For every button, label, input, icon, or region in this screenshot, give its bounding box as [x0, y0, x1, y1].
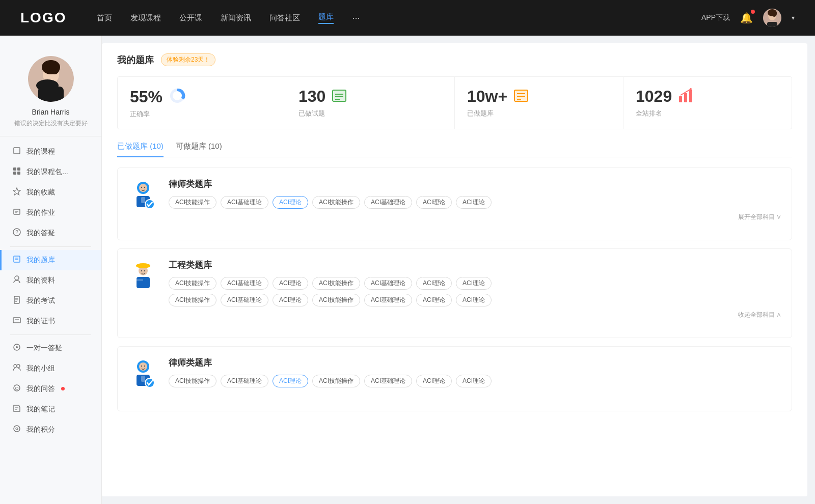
course-packages-icon	[12, 167, 21, 177]
bank-3-tag-0[interactable]: ACI技能操作	[169, 375, 216, 387]
bank-1-tag-2[interactable]: ACI理论	[273, 196, 308, 209]
bank-1-tag-6[interactable]: ACI理论	[456, 196, 492, 209]
nav-more[interactable]: ···	[352, 13, 360, 23]
sidebar-item-homework[interactable]: 我的作业	[0, 203, 101, 223]
one-on-one-icon	[12, 343, 21, 353]
trial-badge: 体验剩余23天！	[161, 53, 215, 66]
bank-2-tag-13[interactable]: ACI理论	[456, 294, 492, 306]
svg-rect-14	[13, 172, 16, 175]
my-qa-icon: Q	[12, 384, 21, 394]
sidebar-item-one-on-one[interactable]: 一对一答疑	[0, 338, 101, 358]
bank-2-tag-5[interactable]: ACI理论	[416, 277, 452, 290]
profile-section: Brian Harris 错误的决定比没有决定要好	[0, 46, 101, 136]
bank-2-tag-11[interactable]: ACI基础理论	[364, 294, 412, 306]
bank-2-tag-10[interactable]: ACI技能操作	[312, 294, 360, 306]
svg-rect-15	[17, 172, 20, 175]
bank-3-tag-1[interactable]: ACI基础理论	[221, 375, 268, 387]
bank-1-tag-5[interactable]: ACI理论	[416, 196, 452, 209]
bank-2-tag-0[interactable]: ACI技能操作	[169, 277, 216, 290]
svg-rect-10	[38, 87, 64, 102]
nav-discover[interactable]: 发现课程	[130, 13, 161, 23]
bank-3-tag-5[interactable]: ACI理论	[416, 375, 452, 387]
sidebar-item-exams[interactable]: 我的考试	[0, 291, 101, 311]
bank-1-tag-0[interactable]: ACI技能操作	[169, 196, 216, 209]
user-avatar-header[interactable]	[763, 9, 781, 27]
svg-text:Q: Q	[15, 386, 18, 391]
bank-2-name: 工程类题库	[169, 259, 781, 271]
svg-rect-55	[684, 93, 687, 102]
nav-home[interactable]: 首页	[97, 13, 112, 23]
accuracy-label: 正确率	[130, 109, 274, 119]
bank-2-tag-7[interactable]: ACI技能操作	[169, 294, 216, 306]
bank-3-tag-3[interactable]: ACI技能操作	[312, 375, 360, 387]
svg-point-67	[136, 263, 150, 268]
bank-2-tag-3[interactable]: ACI技能操作	[312, 277, 360, 290]
bank-1-tag-4[interactable]: ACI基础理论	[364, 196, 412, 209]
bank-1-tags-section: 律师类题库 ACI技能操作 ACI基础理论 ACI理论 ACI技能操作 ACI基…	[169, 178, 781, 221]
tab-done-banks[interactable]: 已做题库 (10)	[117, 142, 164, 157]
sidebar-item-questions[interactable]: ? 我的答疑	[0, 223, 101, 243]
courses-icon	[12, 147, 21, 157]
banks-done-value: 10w+	[467, 87, 507, 106]
sidebar-item-points[interactable]: 我的积分	[0, 419, 101, 440]
bank-3-tag-6[interactable]: ACI理论	[456, 375, 492, 387]
sidebar-item-courses[interactable]: 我的课程	[0, 142, 101, 162]
bank-2-tags-section: 工程类题库 ACI技能操作 ACI基础理论 ACI理论 ACI技能操作 ACI基…	[169, 259, 781, 319]
bank-2-tag-1[interactable]: ACI基础理论	[221, 277, 268, 290]
sidebar-item-notes[interactable]: 我的笔记	[0, 399, 101, 419]
sidebar: Brian Harris 错误的决定比没有决定要好 我的课程 我的课程包...	[0, 36, 102, 504]
svg-point-40	[14, 426, 20, 432]
svg-point-57	[690, 88, 692, 90]
sidebar-item-favorites[interactable]: 我的收藏	[0, 182, 101, 203]
sidebar-item-profile[interactable]: 我的资料	[0, 270, 101, 291]
accuracy-chart-icon	[169, 87, 186, 106]
stat-questions-done: 130 已做试题	[286, 77, 455, 129]
svg-text:?: ?	[15, 230, 18, 235]
bank-2-tag-12[interactable]: ACI理论	[416, 294, 452, 306]
bank-1-tag-3[interactable]: ACI技能操作	[312, 196, 360, 209]
bank-2-tag-6[interactable]: ACI理论	[456, 277, 492, 290]
nav-news[interactable]: 新闻资讯	[221, 13, 251, 23]
svg-point-63	[141, 187, 142, 188]
tab-available-banks[interactable]: 可做题库 (10)	[176, 142, 222, 157]
bank-2-tag-9[interactable]: ACI理论	[273, 294, 308, 306]
banks-done-icon	[513, 88, 529, 105]
svg-point-34	[14, 365, 17, 368]
main-content: 我的题库 体验剩余23天！ 55% 正确率	[102, 43, 807, 496]
svg-rect-60	[141, 197, 145, 203]
star-icon	[12, 187, 21, 198]
bank-card-2: 工程类题库 ACI技能操作 ACI基础理论 ACI理论 ACI技能操作 ACI基…	[117, 248, 792, 338]
svg-rect-68	[137, 277, 150, 288]
bank-2-tag-4[interactable]: ACI基础理论	[364, 277, 412, 290]
questions-done-icon	[332, 88, 347, 105]
bank-1-tag-1[interactable]: ACI基础理论	[221, 196, 268, 209]
bank-2-tag-2[interactable]: ACI理论	[273, 277, 308, 290]
bell-icon[interactable]: 🔔	[740, 12, 753, 24]
bank-2-collapse[interactable]: 收起全部科目 ∧	[169, 311, 781, 319]
svg-rect-11	[14, 148, 20, 154]
qa-notification-dot	[61, 387, 65, 390]
page-title: 我的题库	[117, 54, 154, 66]
sidebar-item-certificates[interactable]: 我的证书	[0, 311, 101, 331]
nav-open-course[interactable]: 公开课	[179, 13, 202, 23]
questions-done-label: 已做试题	[298, 109, 442, 118]
sidebar-item-groups[interactable]: 我的小组	[0, 358, 101, 379]
bank-1-expand[interactable]: 展开全部科目 ∨	[169, 213, 781, 221]
nav-question-bank[interactable]: 题库	[318, 12, 334, 24]
user-menu-chevron[interactable]: ▾	[792, 14, 795, 21]
svg-point-64	[144, 187, 145, 188]
sidebar-item-my-qa[interactable]: Q 我的问答	[0, 379, 101, 399]
bank-3-tag-4[interactable]: ACI基础理论	[364, 375, 412, 387]
svg-rect-22	[14, 256, 20, 262]
bank-2-tags-row-2: ACI技能操作 ACI基础理论 ACI理论 ACI技能操作 ACI基础理论 AC…	[169, 294, 781, 306]
bank-3-tag-2[interactable]: ACI理论	[273, 375, 308, 387]
sidebar-item-question-bank[interactable]: 我的题库	[0, 250, 101, 270]
nav-qa[interactable]: 问答社区	[269, 13, 300, 23]
svg-rect-4	[767, 22, 777, 27]
app-download-button[interactable]: APP下载	[701, 13, 730, 22]
stat-top-accuracy: 55%	[130, 87, 274, 106]
bank-2-tag-8[interactable]: ACI基础理论	[221, 294, 268, 306]
svg-point-43	[173, 91, 182, 100]
bank-3-tags: ACI技能操作 ACI基础理论 ACI理论 ACI技能操作 ACI基础理论 AC…	[169, 375, 781, 387]
sidebar-item-course-packages[interactable]: 我的课程包...	[0, 162, 101, 182]
